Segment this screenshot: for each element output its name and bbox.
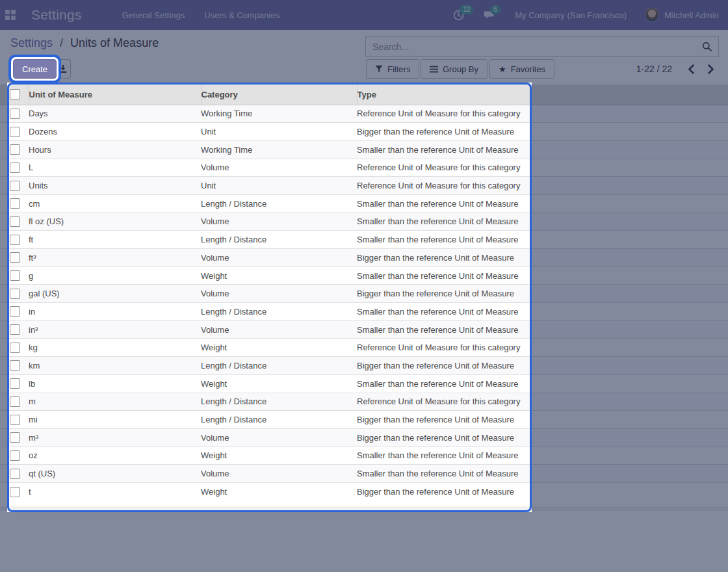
cell-category: Weight (201, 266, 357, 285)
row-checkbox[interactable] (10, 360, 20, 370)
row-checkbox[interactable] (10, 324, 20, 335)
tour-dim-overlay-right (532, 83, 728, 512)
column-header-unit[interactable]: Unit of Measure (29, 84, 201, 105)
cell-unit: m (29, 393, 201, 411)
row-checkbox[interactable] (10, 469, 20, 479)
cell-unit: L (29, 159, 201, 177)
cell-category: Unit (201, 123, 357, 141)
row-checkbox[interactable] (10, 181, 20, 191)
cell-category: Weight (201, 447, 357, 465)
select-all-checkbox[interactable] (10, 89, 20, 99)
cell-category: Weight (201, 374, 357, 393)
cell-unit: Dozens (29, 123, 201, 141)
cell-unit: Days (29, 105, 201, 123)
cell-unit: lb (29, 374, 201, 393)
row-checkbox[interactable] (10, 415, 20, 425)
column-header-category[interactable]: Category (201, 84, 357, 105)
cell-unit: fl oz (US) (29, 213, 201, 231)
cell-unit: mi (29, 411, 201, 429)
row-checkbox[interactable] (10, 270, 20, 281)
cell-category: Volume (201, 428, 357, 447)
cell-unit: g (29, 266, 201, 285)
cell-unit: m³ (29, 428, 201, 447)
row-checkbox[interactable] (10, 432, 20, 443)
cell-category: Length / Distance (201, 194, 357, 213)
cell-category: Length / Distance (201, 303, 357, 321)
row-checkbox[interactable] (10, 109, 20, 119)
row-checkbox[interactable] (10, 127, 20, 137)
cell-category: Length / Distance (201, 357, 357, 375)
tour-dim-overlay-top (0, 0, 728, 83)
create-button[interactable]: Create (13, 59, 57, 79)
cell-category: Working Time (201, 105, 357, 123)
cell-category: Volume (201, 320, 357, 339)
cell-category: Length / Distance (201, 231, 357, 249)
cell-unit: qt (US) (29, 465, 201, 483)
row-checkbox[interactable] (10, 216, 20, 227)
cell-category: Weight (201, 339, 357, 357)
row-checkbox[interactable] (10, 289, 20, 299)
row-checkbox[interactable] (10, 487, 20, 497)
cell-unit: gal (US) (29, 285, 201, 303)
cell-category: Unit (201, 177, 357, 195)
row-checkbox[interactable] (10, 252, 20, 263)
row-checkbox[interactable] (10, 144, 20, 155)
cell-unit: oz (29, 447, 201, 465)
cell-unit: in³ (29, 320, 201, 339)
cell-unit: ft (29, 231, 201, 249)
row-checkbox[interactable] (10, 162, 20, 173)
row-checkbox[interactable] (10, 396, 20, 407)
tour-dim-overlay-left (0, 83, 7, 512)
row-checkbox[interactable] (10, 378, 20, 389)
cell-category: Volume (201, 213, 357, 231)
cell-unit: Units (29, 177, 201, 195)
row-checkbox[interactable] (10, 235, 20, 245)
row-checkbox[interactable] (10, 343, 20, 353)
cell-unit: in (29, 303, 201, 321)
cell-category: Volume (201, 249, 357, 267)
cell-unit: Hours (29, 140, 201, 159)
tour-dim-overlay-bottom (0, 512, 728, 572)
row-checkbox[interactable] (10, 450, 20, 461)
cell-category: Length / Distance (201, 411, 357, 429)
cell-category: Length / Distance (201, 393, 357, 411)
cell-category: Working Time (201, 140, 357, 159)
cell-unit: cm (29, 194, 201, 213)
cell-unit: t (29, 482, 201, 500)
cell-unit: km (29, 357, 201, 375)
cell-category: Volume (201, 159, 357, 177)
cell-unit: ft³ (29, 249, 201, 267)
cell-category: Weight (201, 482, 357, 500)
row-checkbox[interactable] (10, 306, 20, 317)
row-checkbox[interactable] (10, 198, 20, 209)
cell-category: Volume (201, 285, 357, 303)
cell-category: Volume (201, 465, 357, 483)
cell-unit: kg (29, 339, 201, 357)
